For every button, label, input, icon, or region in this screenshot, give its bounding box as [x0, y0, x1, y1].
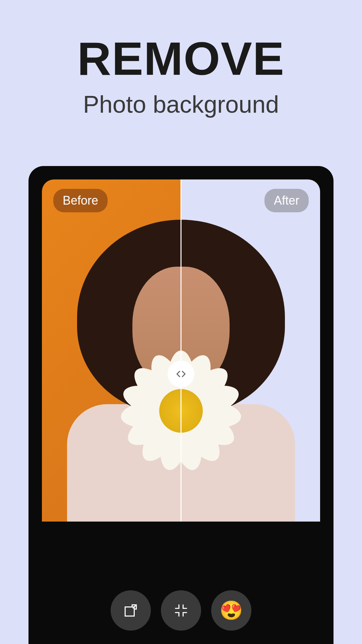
before-badge: Before	[53, 189, 108, 212]
headline-main: REMOVE	[0, 35, 362, 82]
headline: REMOVE Photo background	[0, 35, 362, 118]
chevron-left-right-icon	[174, 367, 188, 381]
toolbar: 😍	[42, 577, 320, 644]
comparison-slider-handle[interactable]	[168, 361, 194, 387]
emoji-button[interactable]: 😍	[211, 590, 251, 631]
comparison-divider	[181, 179, 182, 522]
expand-icon	[122, 602, 139, 619]
heart-eyes-emoji-icon: 😍	[220, 599, 243, 622]
photo-comparison-area: Before After	[42, 179, 320, 522]
phone-mockup: Before After 😍	[28, 166, 334, 644]
collapse-button[interactable]	[161, 590, 201, 631]
collapse-icon	[173, 602, 189, 619]
after-badge: After	[264, 189, 309, 212]
headline-sub: Photo background	[0, 91, 362, 118]
expand-button[interactable]	[111, 590, 151, 631]
